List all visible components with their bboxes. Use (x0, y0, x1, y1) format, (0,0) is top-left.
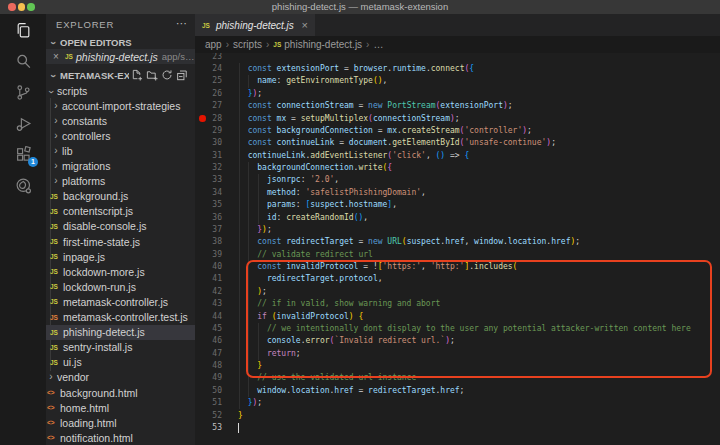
line-number-52[interactable]: 52 (195, 410, 222, 422)
code-line-44[interactable]: if (invalidProtocol) { (238, 311, 363, 323)
tab-close-icon[interactable]: × (302, 19, 308, 31)
tree-item-background.js[interactable]: JSbackground.js (46, 189, 195, 204)
code-line-27[interactable]: const connectionStream = new PortStream(… (238, 100, 513, 112)
line-number-23[interactable]: 23 (195, 53, 222, 63)
code-line-34[interactable]: method: 'safelistPhishingDomain', (238, 187, 426, 199)
tree-item-lockdown-more.js[interactable]: JSlockdown-more.js (46, 264, 195, 279)
code-line-50[interactable]: window.location.href = redirectTarget.hr… (238, 385, 464, 397)
line-number-32[interactable]: 32 (195, 162, 222, 174)
tab-phishing-detect[interactable]: JS phishing-detect.js × (195, 14, 315, 36)
code-line-48[interactable]: } (238, 360, 262, 372)
line-number-26[interactable]: 26 (195, 88, 222, 100)
line-number-48[interactable]: 48 (195, 360, 222, 372)
code-line-49[interactable]: // use the validated url instance (238, 372, 416, 384)
line-number-27[interactable]: 27 (195, 100, 222, 112)
line-number-33[interactable]: 33 (195, 174, 222, 186)
line-number-34[interactable]: 34 (195, 187, 222, 199)
new-folder-icon[interactable] (146, 69, 159, 82)
line-number-41[interactable]: 41 (195, 273, 222, 285)
code-line-32[interactable]: backgroundConnection.write({ (238, 162, 392, 174)
code-area[interactable]: 2324 const extensionPort = browser.runti… (195, 53, 720, 445)
breadcrumb-item[interactable]: … (373, 39, 383, 50)
line-number-24[interactable]: 24 (195, 63, 222, 75)
close-icon[interactable]: × (53, 49, 62, 64)
code-line-33[interactable]: jsonrpc: '2.0', (238, 174, 339, 186)
search-icon[interactable] (0, 46, 46, 77)
line-number-45[interactable]: 45 (195, 323, 222, 335)
breadcrumb-item[interactable]: app (205, 39, 222, 50)
tree-item-contentscript.js[interactable]: JScontentscript.js (46, 204, 195, 219)
tree-item-account-import-strategies[interactable]: ›account-import-strategies (46, 98, 195, 113)
line-number-36[interactable]: 36 (195, 212, 222, 224)
tree-item-migrations[interactable]: ›migrations (46, 159, 195, 174)
code-line-39[interactable]: // validate redirect url (238, 249, 373, 261)
tree-item-ui.js[interactable]: JSui.js (46, 355, 195, 370)
project-section-header[interactable]: › METAMASK-EXTENS... (46, 67, 195, 83)
tree-item-controllers[interactable]: ›controllers (46, 128, 195, 143)
refresh-icon[interactable] (161, 69, 174, 82)
breadcrumb-item[interactable]: scripts (233, 39, 262, 50)
tree-item-metamask-controller.test.js[interactable]: JSmetamask-controller.test.js (46, 310, 195, 325)
tree-item-lib[interactable]: ›lib (46, 143, 195, 158)
line-number-40[interactable]: 40 (195, 261, 222, 273)
extensions-icon[interactable]: 1 (0, 139, 46, 170)
code-line-26[interactable]: }); (238, 88, 262, 100)
line-number-42[interactable]: 42 (195, 286, 222, 298)
tree-item-constants[interactable]: ›constants (46, 113, 195, 128)
tree-item-vendor[interactable]: ›vendor (46, 370, 195, 385)
line-number-38[interactable]: 38 (195, 236, 222, 248)
open-editor-item[interactable]: × JS phishing-detect.js app/scri… (46, 49, 195, 64)
open-editors-header[interactable]: › OPEN EDITORS (46, 34, 195, 50)
run-debug-icon[interactable] (0, 108, 46, 139)
code-line-29[interactable]: const backgroundConnection = mx.createSt… (238, 125, 532, 137)
breakpoint-indicator[interactable] (199, 115, 206, 122)
collapse-all-icon[interactable] (176, 69, 189, 82)
line-number-39[interactable]: 39 (195, 249, 222, 261)
code-line-37[interactable]: }); (238, 224, 272, 236)
code-line-47[interactable]: return; (238, 348, 301, 360)
plugin-icon[interactable] (0, 170, 46, 201)
tree-item-platforms[interactable]: ›platforms (46, 174, 195, 189)
code-line-45[interactable]: // we intentionally dont display to the … (238, 323, 691, 335)
code-line-46[interactable]: console.error(`Invalid redirect url.`); (238, 335, 455, 347)
tree-item-first-time-state.js[interactable]: JSfirst-time-state.js (46, 234, 195, 249)
tree-item-phishing-detect.js[interactable]: JSphishing-detect.js (46, 325, 195, 340)
more-actions-icon[interactable]: ⋯ (176, 17, 187, 30)
tree-item-lockdown-run.js[interactable]: JSlockdown-run.js (46, 279, 195, 294)
new-file-icon[interactable] (131, 69, 144, 82)
code-line-43[interactable]: // if in valid, show warning and abort (238, 298, 440, 310)
line-number-47[interactable]: 47 (195, 348, 222, 360)
line-number-37[interactable]: 37 (195, 224, 222, 236)
tree-item-scripts[interactable]: ›scripts (46, 83, 195, 98)
code-line-41[interactable]: redirectTarget.protocol, (238, 273, 383, 285)
tree-item-disable-console.js[interactable]: JSdisable-console.js (46, 219, 195, 234)
tree-item-sentry-install.js[interactable]: JSsentry-install.js (46, 340, 195, 355)
line-number-51[interactable]: 51 (195, 397, 222, 409)
code-line-31[interactable]: continueLink.addEventListener('click', (… (238, 150, 469, 162)
line-number-50[interactable]: 50 (195, 385, 222, 397)
code-line-35[interactable]: params: [suspect.hostname], (238, 199, 397, 211)
code-line-28[interactable]: const mx = setupMultiplex(connectionStre… (238, 113, 460, 125)
tree-item-background.html[interactable]: <>background.html (46, 385, 195, 400)
code-line-36[interactable]: id: createRandomId(), (238, 212, 368, 224)
line-number-43[interactable]: 43 (195, 298, 222, 310)
line-number-29[interactable]: 29 (195, 125, 222, 137)
tree-item-loading.html[interactable]: <>loading.html (46, 415, 195, 430)
tree-item-inpage.js[interactable]: JSinpage.js (46, 249, 195, 264)
tree-item-home.html[interactable]: <>home.html (46, 400, 195, 415)
tree-item-metamask-controller.js[interactable]: JSmetamask-controller.js (46, 294, 195, 309)
code-line-51[interactable]: }); (238, 397, 262, 409)
code-line-30[interactable]: const continueLink = document.getElement… (238, 137, 556, 149)
line-number-35[interactable]: 35 (195, 199, 222, 211)
line-number-25[interactable]: 25 (195, 75, 222, 87)
line-number-53[interactable]: 53 (195, 422, 222, 434)
code-line-24[interactable]: const extensionPort = browser.runtime.co… (238, 63, 474, 75)
code-line-42[interactable]: ); (238, 286, 267, 298)
source-control-icon[interactable] (0, 77, 46, 108)
line-number-44[interactable]: 44 (195, 311, 222, 323)
line-number-31[interactable]: 31 (195, 150, 222, 162)
code-line-40[interactable]: const invalidProtocol = !['https:', 'htt… (238, 261, 517, 273)
code-line-38[interactable]: const redirectTarget = new URL(suspect.h… (238, 236, 580, 248)
tree-item-notification.html[interactable]: <>notification.html (46, 430, 195, 445)
breadcrumb-item[interactable]: phishing-detect.js (284, 39, 362, 50)
